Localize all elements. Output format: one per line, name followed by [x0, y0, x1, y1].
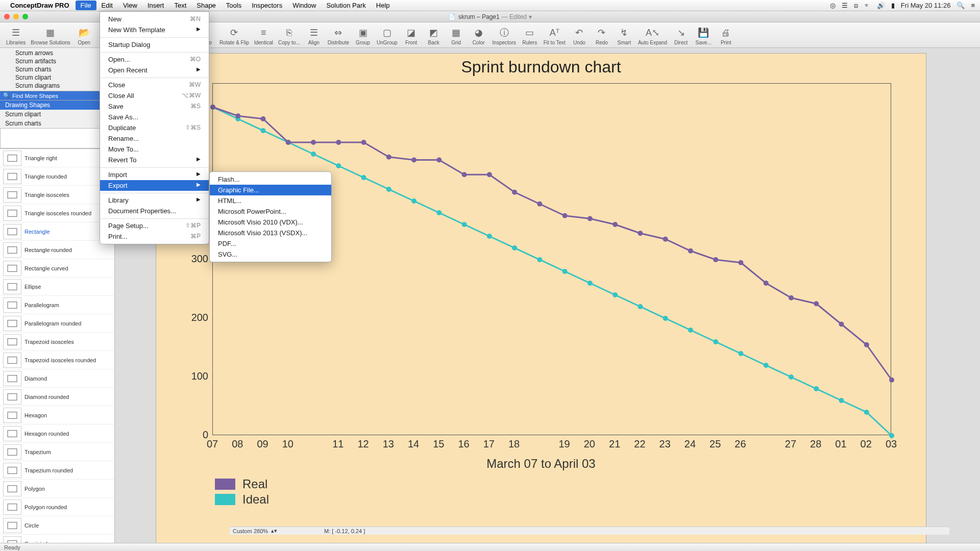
filemenu-print-[interactable]: Print...⌘P [100, 231, 209, 242]
shape-row[interactable]: Semicircle [0, 535, 114, 543]
toolbar-direct[interactable]: ↘Direct [670, 26, 692, 46]
filemenu-import[interactable]: Import▶ [100, 167, 209, 180]
toolbar-identical[interactable]: ≡Identical [252, 26, 275, 46]
exportmenu-pdf-[interactable]: PDF... [210, 238, 331, 249]
filemenu-close[interactable]: Close⌘W [100, 78, 209, 90]
libtree-item[interactable]: Scrum diagrams [0, 82, 114, 90]
filemenu-export[interactable]: Export▶ [100, 180, 209, 191]
toolbar-print[interactable]: 🖨Print [715, 26, 737, 46]
shape-row[interactable]: Triangle right [0, 149, 114, 167]
libtree-item[interactable]: Scrum charts [0, 65, 114, 73]
shape-row[interactable]: Parallelogram rounded [0, 314, 114, 333]
toolbar-browse-solutions[interactable]: ▦Browse Solutions [29, 26, 72, 46]
exportmenu-microsoft-visio-vsdx-[interactable]: Microsoft Visio 2013 (VSDX)... [210, 228, 331, 238]
title-dropdown-icon[interactable]: ▾ [529, 13, 532, 20]
toolbar-rulers[interactable]: ▭Rulers [519, 26, 541, 46]
filemenu-save-as-[interactable]: Save As... [100, 112, 209, 122]
shape-row[interactable]: Triangle isosceles rounded [0, 204, 114, 222]
exportmenu-microsoft-visio-vdx-[interactable]: Microsoft Visio 2010 (VDX)... [210, 217, 331, 228]
dropbox-icon[interactable]: ⧈ [854, 2, 858, 10]
toolbar-ungroup[interactable]: ▢UnGroup [375, 26, 400, 46]
exportmenu-html-[interactable]: HTML... [210, 195, 331, 206]
libtree-item[interactable]: Scrum arrows [0, 49, 114, 57]
menu-view[interactable]: View [118, 1, 142, 10]
toolbar-front[interactable]: ◪Front [401, 26, 422, 46]
filemenu-revert-to[interactable]: Revert To▶ [100, 155, 209, 165]
filemenu-close-all[interactable]: Close All⌥⌘W [100, 90, 209, 101]
shape-row[interactable]: Triangle isosceles [0, 186, 114, 204]
shape-row[interactable]: Hexagon [0, 406, 114, 424]
volume-icon[interactable]: 🔊 [877, 2, 885, 9]
shape-row[interactable]: Circle [0, 516, 114, 535]
menu-file[interactable]: File [76, 1, 96, 10]
find-more-shapes[interactable]: 🔍 Find More Shapes [0, 91, 114, 101]
toolbar-distribute[interactable]: ⇔Distribute [326, 26, 351, 46]
toolbar-save-[interactable]: 💾Save... [693, 26, 714, 46]
toolbar-align[interactable]: ☰Align [303, 26, 325, 46]
exportmenu-flash-[interactable]: Flash... [210, 174, 331, 185]
exportmenu-microsoft-powerpoint-[interactable]: Microsoft PowerPoint... [210, 206, 331, 217]
filemenu-duplicate[interactable]: Duplicate⇧⌘S [100, 122, 209, 133]
shape-row[interactable]: Diamond rounded [0, 388, 114, 406]
shape-row[interactable]: Hexagon rounded [0, 424, 114, 443]
shape-row[interactable]: Triangle rounded [0, 167, 114, 186]
library-section[interactable]: Scrum clipart [0, 110, 114, 119]
zoom-window-button[interactable] [22, 14, 28, 19]
shape-row[interactable]: Polygon [0, 480, 114, 498]
minimize-window-button[interactable] [13, 14, 19, 19]
menu-inspectors[interactable]: Inspectors [247, 1, 287, 10]
library-section[interactable]: Scrum charts [0, 119, 114, 128]
menu-window[interactable]: Window [287, 1, 321, 10]
zoom-level[interactable]: Custom 280% [233, 528, 268, 534]
filemenu-startup-dialog[interactable]: Startup Dialog [100, 37, 209, 50]
battery-icon[interactable]: ▮ [891, 2, 895, 9]
wifi-icon[interactable]: ᯤ [864, 2, 871, 9]
toolbar-libraries[interactable]: ☰Libraries [4, 26, 28, 46]
toolbar-fit-to-text[interactable]: AᵀFit to Text [542, 26, 568, 46]
toolbar-copy-to-[interactable]: ⎘Copy to... [276, 26, 302, 46]
notifications-icon[interactable]: ≡ [971, 2, 975, 9]
shape-row[interactable]: Rectangle [0, 222, 114, 241]
libtree-item[interactable]: Scrum clipart [0, 73, 114, 82]
drawing-canvas[interactable]: Sprint burndown chart Hours Left 0100200… [156, 53, 926, 543]
filemenu-open-recent[interactable]: Open Recent▶ [100, 65, 209, 76]
filemenu-document-properties-[interactable]: Document Properties... [100, 206, 209, 216]
toolbar-inspectors[interactable]: ⓘInspectors [491, 26, 518, 46]
toolbar-grid[interactable]: ▦Grid [446, 26, 467, 46]
filemenu-open-[interactable]: Open...⌘O [100, 52, 209, 65]
filemenu-new-with-template[interactable]: New With Template▶ [100, 24, 209, 35]
toolbar-back[interactable]: ◩Back [423, 26, 445, 46]
toolbar-undo[interactable]: ↶Undo [569, 26, 590, 46]
document-proxy-icon[interactable]: 📄 [448, 13, 456, 20]
filemenu-page-setup-[interactable]: Page Setup...⇧⌘P [100, 218, 209, 231]
shape-row[interactable]: Trapezoid isosceles [0, 333, 114, 351]
exportmenu-svg-[interactable]: SVG... [210, 249, 331, 260]
shape-row[interactable]: Ellipse [0, 278, 114, 296]
toolbar-auto-expand[interactable]: A⤡Auto Expand [636, 26, 669, 46]
toolbar-group[interactable]: ▣Group [352, 26, 374, 46]
filemenu-rename-[interactable]: Rename... [100, 133, 209, 144]
toolbar-smart[interactable]: ↯Smart [614, 26, 635, 46]
menu-tools[interactable]: Tools [221, 1, 247, 10]
library-selected[interactable]: Drawing Shapes [0, 101, 114, 110]
menu-text[interactable]: Text [169, 1, 191, 10]
menu-solution-park[interactable]: Solution Park [321, 1, 371, 10]
exportmenu-graphic-file-[interactable]: Graphic File... [210, 185, 331, 195]
menu-edit[interactable]: Edit [96, 1, 118, 10]
filemenu-save[interactable]: Save⌘S [100, 101, 209, 112]
shape-row[interactable]: Polygon rounded [0, 498, 114, 516]
shape-row[interactable]: Rectangle rounded [0, 241, 114, 259]
shape-row[interactable]: Diamond [0, 369, 114, 388]
menu-insert[interactable]: Insert [142, 1, 169, 10]
filemenu-move-to-[interactable]: Move To... [100, 144, 209, 155]
spotlight-icon[interactable]: ◎ [830, 2, 836, 9]
toolbar-rotate-flip[interactable]: ⟳Rotate & Flip [217, 26, 251, 46]
close-window-button[interactable] [4, 14, 10, 19]
filemenu-library[interactable]: Library▶ [100, 193, 209, 206]
toolbar-open[interactable]: 📂Open [74, 26, 95, 46]
shape-row[interactable]: Trapezium [0, 443, 114, 461]
libtree-item[interactable]: Scrum artifacts [0, 57, 114, 65]
shape-row[interactable]: Trapezium rounded [0, 461, 114, 480]
search-icon[interactable]: 🔍 [957, 2, 965, 9]
menu-shape[interactable]: Shape [191, 1, 221, 10]
